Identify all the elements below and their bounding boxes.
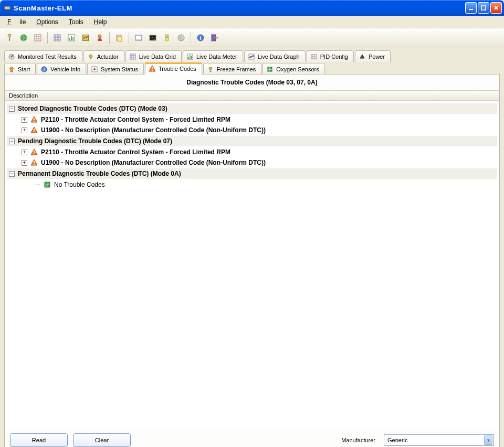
tool-graph[interactable] <box>79 31 92 44</box>
tab-trouble-codes[interactable]: Trouble Codes <box>145 63 202 74</box>
tab-live-data-meter[interactable]: Live Data Meter <box>183 50 243 62</box>
tab-live-data-graph[interactable]: Live Data Graph <box>244 50 306 62</box>
tree-item[interactable]: +U1900 - No Description (Manufacturer Co… <box>7 125 497 135</box>
expand-icon[interactable]: + <box>22 160 27 166</box>
svg-rect-11 <box>71 36 72 40</box>
tool-person[interactable] <box>93 31 106 44</box>
svg-rect-56 <box>34 164 35 165</box>
tool-terminal1[interactable] <box>132 31 145 44</box>
tool-list[interactable] <box>51 31 64 44</box>
tab-label: Power <box>369 54 385 60</box>
svg-rect-50 <box>34 121 35 122</box>
svg-point-44 <box>93 68 96 70</box>
start-icon <box>8 66 15 73</box>
expand-icon[interactable]: + <box>22 127 27 133</box>
panel-title: Diagnostic Trouble Codes (Mode 03, 07, 0… <box>5 74 499 90</box>
svg-point-15 <box>98 35 101 38</box>
menu-help[interactable]: Help <box>90 17 111 27</box>
dtc-tree[interactable]: −Stored Diagnostic Trouble Codes (DTC) (… <box>5 101 499 429</box>
tab-pid-config[interactable]: PID Config <box>307 50 354 62</box>
collapse-icon[interactable]: − <box>9 106 15 112</box>
manufacturer-combo[interactable]: Generic ▾ <box>384 434 494 446</box>
column-header-description[interactable]: Description <box>5 90 499 101</box>
trouble-codes-panel: Diagnostic Trouble Codes (Mode 03, 07, 0… <box>4 74 500 447</box>
maximize-button[interactable] <box>478 2 489 14</box>
warning-icon <box>30 148 38 156</box>
menu-tools[interactable]: Tools <box>65 17 88 27</box>
tree-item-label: P2110 - Throttle Actuator Control System… <box>41 148 230 156</box>
oxygen-icon <box>266 66 274 73</box>
tool-info[interactable]: i <box>194 31 207 44</box>
warning-icon <box>30 116 38 123</box>
svg-text:>_: >_ <box>151 36 155 40</box>
tool-terminal2[interactable]: >_ <box>146 31 159 44</box>
toolbar-separator <box>47 32 48 44</box>
svg-rect-32 <box>90 57 91 59</box>
tree-item-label: No Trouble Codes <box>54 181 105 188</box>
app-icon <box>3 4 12 12</box>
tab-system-status[interactable]: System Status <box>87 63 144 74</box>
tab-vehicle-info[interactable]: iVehicle Info <box>37 63 86 74</box>
collapse-icon[interactable]: − <box>9 171 15 177</box>
menubar: File Options Tools Help <box>0 16 504 28</box>
read-button[interactable]: Read <box>10 433 68 447</box>
tab-freeze-frames[interactable]: Freeze Frames <box>203 63 262 74</box>
tab-oxygen-sensors[interactable]: Oxygen Sensors <box>262 63 324 74</box>
manufacturer-label: Manufacturer <box>341 437 375 443</box>
menu-options[interactable]: Options <box>32 17 62 27</box>
svg-rect-28 <box>212 35 216 41</box>
tree-item[interactable]: +P2110 - Throttle Actuator Control Syste… <box>7 147 497 157</box>
system-icon <box>91 66 98 73</box>
actuator-icon <box>87 53 94 60</box>
svg-rect-36 <box>190 55 191 59</box>
tab-label: Freeze Frames <box>217 66 256 72</box>
tab-start[interactable]: Start <box>4 63 36 74</box>
svg-point-30 <box>11 56 12 57</box>
tree-leaf[interactable]: ⋯No Trouble Codes <box>7 180 497 189</box>
tool-device[interactable] <box>161 31 173 44</box>
tree-group[interactable]: −Pending Diagnostic Trouble Codes (DTC) … <box>7 136 497 146</box>
tab-label: Vehicle Info <box>50 66 80 72</box>
tree-group[interactable]: −Permanent Diagnostic Trouble Codes (DTC… <box>7 168 497 179</box>
svg-rect-45 <box>152 67 153 69</box>
svg-point-25 <box>180 37 182 39</box>
tab-label: Live Data Grid <box>139 54 176 60</box>
expand-icon[interactable]: + <box>22 150 27 155</box>
tool-exit[interactable] <box>208 31 221 44</box>
tab-live-data-grid[interactable]: Live Data Grid <box>125 50 182 62</box>
tool-disc[interactable] <box>175 31 187 44</box>
tab-actuator[interactable]: Actuator <box>83 50 124 62</box>
warning-icon <box>149 65 156 72</box>
tree-group-label: Pending Diagnostic Trouble Codes (DTC) (… <box>18 137 172 145</box>
tool-globe[interactable] <box>17 31 30 44</box>
menu-file[interactable]: File <box>3 17 30 27</box>
expand-icon[interactable]: + <box>22 117 27 123</box>
chevron-down-icon: ▾ <box>484 435 492 445</box>
tab-power[interactable]: Power <box>355 50 391 62</box>
tab-label: Actuator <box>97 54 119 60</box>
clear-button[interactable]: Clear <box>73 433 131 447</box>
toolbar-separator <box>129 32 129 44</box>
tool-copy[interactable] <box>113 31 125 44</box>
tab-monitored-test-results[interactable]: Monitored Test Results <box>4 50 82 62</box>
tree-group[interactable]: −Stored Diagnostic Trouble Codes (DTC) (… <box>7 103 497 114</box>
tool-grid-small[interactable] <box>32 31 44 44</box>
minimize-button[interactable] <box>465 2 477 14</box>
svg-rect-52 <box>34 132 35 133</box>
svg-rect-0 <box>5 7 9 9</box>
close-button[interactable] <box>490 2 502 14</box>
tree-item[interactable]: +P2110 - Throttle Actuator Control Syste… <box>7 115 497 124</box>
tree-item[interactable]: +U1900 - No Description (Manufacturer Co… <box>7 158 497 167</box>
tab-label: Start <box>18 66 30 72</box>
svg-rect-49 <box>34 118 35 120</box>
tab-label: Oxygen Sensors <box>276 66 319 72</box>
tool-connect[interactable] <box>3 31 16 44</box>
svg-rect-40 <box>361 58 363 59</box>
collapse-icon[interactable]: − <box>9 139 15 144</box>
toolbar: >_ i <box>0 28 504 47</box>
tree-item-label: U1900 - No Description (Manufacturer Con… <box>41 159 266 166</box>
freeze-icon <box>207 66 214 73</box>
tab-label: Monitored Test Results <box>18 54 77 60</box>
tool-meter[interactable] <box>65 31 78 44</box>
meter-icon <box>186 53 194 60</box>
